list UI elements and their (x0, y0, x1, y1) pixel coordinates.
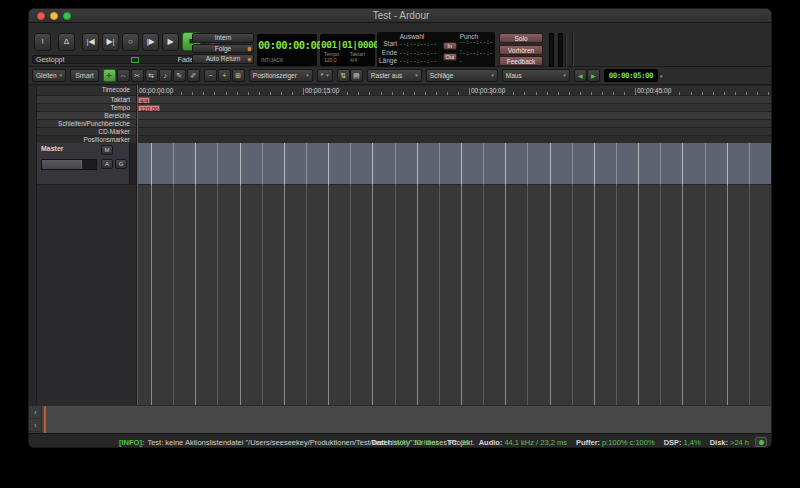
grid-line (350, 185, 351, 405)
marker-scope-selector[interactable]: *▾ (317, 69, 333, 82)
mute-button[interactable]: M (101, 145, 113, 155)
led-indicator-icon (248, 58, 252, 62)
selection-row: Ende--:--:--:-- (379, 49, 445, 58)
edit-point-selector[interactable]: Positionszeiger▾ (249, 69, 313, 82)
status-field-value: >24 h (730, 438, 749, 447)
grid-line (439, 143, 440, 185)
editor-canvas[interactable] (137, 143, 772, 405)
nudge-backward-button[interactable]: ◀ (574, 69, 587, 82)
punch-warning-button[interactable]: ! (34, 33, 51, 51)
scroll-left-button[interactable]: ‹ (29, 406, 42, 419)
ruler-row-positionsmarker[interactable]: Positionsmarker (29, 135, 772, 143)
edit-mode-selector[interactable]: Gleiten▾ (32, 69, 66, 82)
ruler-row-schleifen-punchbereiche[interactable]: Schleifen/Punchbereiche (29, 119, 772, 127)
snap-mode-selector[interactable]: Raster aus▾ (367, 69, 422, 82)
punch-in-button[interactable]: In (443, 42, 457, 50)
grid-line (550, 185, 551, 405)
play-selection-button[interactable]: |▶ (142, 33, 159, 51)
status-field: Audio:44,1 kHz / 23,2 ms (479, 438, 567, 447)
grid-line (505, 143, 506, 185)
sync-source-button[interactable]: Intern (192, 33, 254, 43)
selection-panel: Auswahl Start--:--:--:--Ende--:--:--:--L… (379, 33, 445, 66)
selection-row: Start--:--:--:-- (379, 40, 445, 49)
master-track-header[interactable]: Master M A G (37, 143, 129, 185)
primary-clock[interactable]: 00:00:00:00 INT/JACK (257, 34, 317, 66)
auto-return-button[interactable]: Auto Return (192, 54, 254, 64)
goto-start-icon: |◀ (86, 38, 94, 46)
grid-line (417, 143, 418, 185)
ruler-row-timecode[interactable]: Timecode00:00:00:0000:00:15:0000:00:30:0… (29, 85, 772, 95)
zoom-focus-selector[interactable]: Maus▾ (502, 69, 570, 82)
selection-row-value[interactable]: --:--:--:-- (399, 40, 437, 49)
cut-tool-button[interactable]: ✂ (131, 69, 144, 82)
shuttle-control[interactable]: Gestoppt Fader (32, 55, 200, 64)
grid-line (306, 185, 307, 405)
nudge-forward-button[interactable]: ▶ (587, 69, 600, 82)
secondary-clock[interactable]: 001|01|0000 Tempo 120,0 Taktart 4/4 (320, 34, 375, 66)
selection-row-label: Start (379, 40, 397, 49)
grid-line (217, 143, 218, 185)
audition-button[interactable]: Vorhören (499, 45, 543, 55)
error-log-indicator[interactable] (755, 437, 767, 447)
grid-line (771, 185, 772, 405)
ruler-label: Positionsmarker (29, 136, 134, 143)
smart-mode-button[interactable]: Smart (70, 69, 99, 82)
range-tool-button[interactable]: ⇔ (117, 69, 130, 82)
ruler-area[interactable]: Timecode00:00:00:0000:00:15:0000:00:30:0… (29, 85, 772, 143)
metronome-button[interactable]: Δ (58, 33, 75, 51)
nudge-clock[interactable]: 00:00:05:00 (604, 69, 658, 82)
stretch-tool-button[interactable]: ⇆ (145, 69, 158, 82)
zoom-in-button[interactable]: + (218, 69, 231, 82)
shuttle-center-marker (131, 57, 139, 63)
draw-tool-button[interactable]: ✎ (173, 69, 186, 82)
zoom-fit-button[interactable]: ⊞ (232, 69, 245, 82)
playhead[interactable] (137, 85, 138, 405)
grid-line (372, 143, 373, 185)
solo-button[interactable]: Solo (499, 33, 543, 43)
punch-out-button[interactable]: Out (443, 53, 457, 61)
grid-line (439, 185, 440, 405)
grab-tool-button[interactable]: ✛ (103, 69, 116, 82)
nudge-button[interactable]: ⇅ (337, 69, 350, 82)
grab-tool-icon: ✛ (106, 72, 112, 80)
zoom-out-button[interactable]: − (204, 69, 217, 82)
grid-line (705, 185, 706, 405)
nav-next-icon: ▶ (591, 72, 596, 79)
selection-row-value[interactable]: --:--:--:-- (399, 49, 437, 58)
save-view-button[interactable]: ▤ (350, 69, 363, 82)
grid-line (217, 185, 218, 405)
led-indicator-icon (248, 47, 252, 51)
ruler-row-bereiche[interactable]: Bereiche (29, 111, 772, 119)
timecode-tick-label: 00:00:15:00 (305, 87, 339, 94)
group-button[interactable]: G (115, 159, 127, 169)
goto-end-button[interactable]: ▶| (102, 33, 119, 51)
ruler-row-tempo[interactable]: Tempo120,00 (29, 103, 772, 111)
play-button[interactable]: ▶ (162, 33, 179, 51)
stretch-tool-icon: ⇆ (148, 72, 154, 80)
ruler-row-cd-marker[interactable]: CD-Marker (29, 127, 772, 135)
summary-pane[interactable]: ‹ › (29, 405, 772, 433)
status-field: Puffer:p:100% c:100% (576, 438, 655, 447)
grid-line (527, 143, 528, 185)
loop-button[interactable]: ○ (122, 33, 139, 51)
grid-line (461, 185, 462, 405)
ruler-tick (635, 88, 636, 95)
snap-unit-selector[interactable]: Schläge▾ (426, 69, 498, 82)
chevron-down-icon: ▾ (60, 70, 63, 81)
desktop-background: Test - Ardour !Δ|◀▶|○|▶▶■● Gestoppt Fade… (0, 0, 800, 488)
scroll-right-button[interactable]: › (29, 419, 42, 432)
audition-tool-button[interactable]: ♪ (159, 69, 172, 82)
feedback-button[interactable]: Feedback (499, 56, 543, 66)
ruler-row-taktart[interactable]: Taktart4/4 (29, 95, 772, 103)
master-track-lane[interactable] (137, 143, 772, 185)
master-gain-fader[interactable] (41, 159, 97, 170)
grid-line (682, 185, 683, 405)
follow-edits-button[interactable]: Folge Bearbeitungen (192, 44, 254, 54)
summary-playhead (44, 406, 46, 434)
edit-tool-button[interactable]: ✐ (187, 69, 200, 82)
goto-start-button[interactable]: |◀ (82, 33, 99, 51)
automation-button[interactable]: A (101, 159, 113, 169)
punch-row-value[interactable]: --:--:--:-- (459, 49, 495, 65)
selection-row-value[interactable]: --:--:--:-- (399, 57, 437, 66)
cut-tool-icon: ✂ (134, 72, 140, 80)
